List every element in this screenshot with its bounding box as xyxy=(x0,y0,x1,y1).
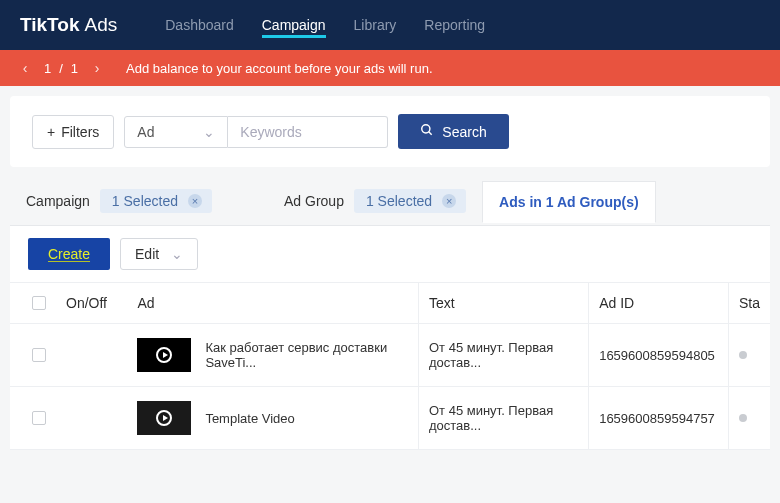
plus-icon: + xyxy=(47,124,55,140)
ad-text: От 45 минут. Первая достав... xyxy=(418,324,588,387)
create-button[interactable]: Create xyxy=(28,238,110,270)
filters-label: Filters xyxy=(61,124,99,140)
row-checkbox[interactable] xyxy=(32,348,46,362)
nav-dashboard[interactable]: Dashboard xyxy=(165,2,234,48)
table-row: Template Video От 45 минут. Первая доста… xyxy=(10,387,770,450)
chevron-down-icon: ⌄ xyxy=(171,246,183,262)
logo: TikTok Ads xyxy=(20,14,117,36)
create-label: Create xyxy=(48,246,90,262)
ad-cell[interactable]: Как работает сервис доставки SaveTi... xyxy=(137,338,408,372)
scope-select[interactable]: Ad ⌄ xyxy=(124,116,228,148)
alert-next-icon[interactable]: › xyxy=(90,60,104,76)
main-nav: Dashboard Campaign Library Reporting xyxy=(165,2,485,48)
play-icon xyxy=(156,410,172,426)
top-header: TikTok Ads Dashboard Campaign Library Re… xyxy=(0,0,780,50)
tab-campaign-label: Campaign xyxy=(26,193,90,209)
nav-reporting[interactable]: Reporting xyxy=(424,2,485,48)
nav-library[interactable]: Library xyxy=(354,2,397,48)
ad-id: 1659600859594757 xyxy=(589,387,729,450)
video-thumbnail xyxy=(137,338,191,372)
row-checkbox[interactable] xyxy=(32,411,46,425)
edit-button[interactable]: Edit ⌄ xyxy=(120,238,198,270)
alert-current: 1 xyxy=(44,61,51,76)
scope-label: Ad xyxy=(137,124,154,140)
campaign-selected-pill: 1 Selected × xyxy=(100,189,212,213)
actions-row: Create Edit ⌄ xyxy=(10,226,770,282)
ad-text: От 45 минут. Первая достав... xyxy=(418,387,588,450)
tab-ads[interactable]: Ads in 1 Ad Group(s) xyxy=(482,181,655,223)
status-dot xyxy=(739,414,747,422)
ad-name: Template Video xyxy=(205,411,294,426)
alert-pager: 1 / 1 xyxy=(44,61,78,76)
logo-secondary: Ads xyxy=(84,14,117,36)
clear-campaign-icon[interactable]: × xyxy=(188,194,202,208)
search-icon xyxy=(420,123,434,140)
alert-message: Add balance to your account before your … xyxy=(126,61,432,76)
alert-prev-icon[interactable]: ‹ xyxy=(18,60,32,76)
col-adid: Ad ID xyxy=(589,283,729,324)
col-ad: Ad xyxy=(127,283,418,324)
ads-table: On/Off Ad Text Ad ID Sta Как работает се… xyxy=(10,282,770,450)
clear-adgroup-icon[interactable]: × xyxy=(442,194,456,208)
ad-id: 1659600859594805 xyxy=(589,324,729,387)
svg-point-0 xyxy=(422,125,430,133)
tab-campaign[interactable]: Campaign 1 Selected × xyxy=(10,177,228,225)
alert-total: 1 xyxy=(71,61,78,76)
alert-sep: / xyxy=(59,61,63,76)
ad-name: Как работает сервис доставки SaveTi... xyxy=(205,340,408,370)
keywords-input[interactable] xyxy=(228,116,388,148)
table-row: Как работает сервис доставки SaveTi... О… xyxy=(10,324,770,387)
col-text: Text xyxy=(418,283,588,324)
search-button[interactable]: Search xyxy=(398,114,508,149)
alert-bar: ‹ 1 / 1 › Add balance to your account be… xyxy=(0,50,780,86)
logo-primary: TikTok xyxy=(20,14,79,36)
search-label: Search xyxy=(442,124,486,140)
ad-cell[interactable]: Template Video xyxy=(137,401,408,435)
tab-adgroup[interactable]: Ad Group 1 Selected × xyxy=(268,177,482,225)
play-icon xyxy=(156,347,172,363)
col-onoff: On/Off xyxy=(56,283,127,324)
pill-text: 1 Selected xyxy=(112,193,178,209)
tab-ads-label: Ads in 1 Ad Group(s) xyxy=(499,194,638,210)
nav-campaign[interactable]: Campaign xyxy=(262,2,326,48)
edit-label: Edit xyxy=(135,246,159,262)
tab-adgroup-label: Ad Group xyxy=(284,193,344,209)
chevron-down-icon: ⌄ xyxy=(203,124,215,140)
search-toolbar: + Filters Ad ⌄ Search xyxy=(10,96,770,167)
pill-text: 1 Selected xyxy=(366,193,432,209)
adgroup-selected-pill: 1 Selected × xyxy=(354,189,466,213)
status-dot xyxy=(739,351,747,359)
video-thumbnail xyxy=(137,401,191,435)
col-status: Sta xyxy=(728,283,770,324)
svg-line-1 xyxy=(429,132,432,135)
data-sheet: Create Edit ⌄ On/Off Ad Text Ad ID Sta xyxy=(10,226,770,450)
level-tabs: Campaign 1 Selected × Ad Group 1 Selecte… xyxy=(10,177,770,226)
filters-button[interactable]: + Filters xyxy=(32,115,114,149)
select-all-checkbox[interactable] xyxy=(32,296,46,310)
